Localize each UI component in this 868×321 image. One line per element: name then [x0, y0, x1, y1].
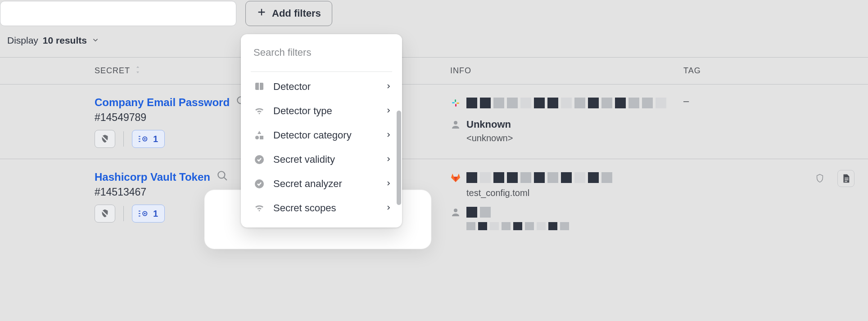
shield-off-badge[interactable] — [95, 205, 115, 223]
add-filters-button[interactable]: Add filters — [245, 1, 332, 26]
scrollbar-thumb[interactable] — [397, 111, 401, 205]
filter-item-detector-category[interactable]: Detector category — [241, 123, 402, 147]
occurrences-count: 1 — [153, 134, 158, 144]
filter-item-label: Detector type — [273, 105, 332, 117]
svg-rect-20 — [845, 181, 847, 182]
redacted-text — [466, 172, 612, 183]
divider — [251, 68, 392, 72]
svg-rect-19 — [845, 179, 848, 180]
filter-item-secret-validity[interactable]: Secret validity — [241, 147, 402, 172]
display-prefix: Display — [7, 35, 38, 46]
scrollbar[interactable] — [397, 79, 401, 227]
user-icon — [450, 119, 461, 130]
chevron-down-icon — [91, 34, 99, 46]
filter-item-label: Detector category — [273, 129, 352, 141]
svg-point-17 — [454, 209, 457, 212]
column-header-tag-label: TAG — [683, 66, 701, 75]
display-selector[interactable]: Display 10 results — [0, 34, 868, 57]
redacted-text — [466, 221, 683, 232]
chevron-right-icon — [385, 105, 392, 117]
filter-item-label: Detector — [273, 81, 311, 93]
svg-rect-8 — [457, 103, 459, 104]
filter-item-label: Secret validity — [273, 154, 335, 165]
svg-rect-13 — [139, 213, 140, 214]
chevron-right-icon — [385, 154, 392, 165]
svg-rect-2 — [139, 138, 140, 139]
shapes-icon — [253, 129, 265, 141]
plus-icon — [257, 7, 267, 20]
filter-item-label: Secret scopes — [273, 202, 336, 214]
divider — [123, 206, 124, 221]
filter-item-secret-analyzer[interactable]: Secret analyzer — [241, 172, 402, 196]
svg-point-5 — [144, 138, 146, 140]
column-header-secret-label: SECRET — [95, 66, 130, 76]
filter-item-detector[interactable]: Detector — [241, 75, 402, 99]
wifi-icon — [253, 105, 265, 117]
svg-rect-7 — [455, 99, 456, 102]
svg-point-16 — [144, 213, 146, 214]
secret-title-link[interactable]: Company Email Password — [95, 96, 230, 109]
book-icon — [253, 81, 265, 93]
check-circle-icon — [253, 178, 265, 190]
chevron-right-icon — [385, 178, 392, 190]
table-row[interactable]: Hashicorp Vault Token #14513467 1 — [0, 159, 868, 243]
filter-item-detector-type[interactable]: Detector type — [241, 99, 402, 123]
sort-icon — [135, 66, 141, 76]
svg-rect-6 — [452, 102, 455, 103]
tag-cell: – — [683, 95, 737, 107]
svg-point-10 — [454, 121, 457, 125]
occurrences-count: 1 — [153, 209, 158, 219]
add-filters-label: Add filters — [272, 8, 321, 19]
occurrences-badge[interactable]: 1 — [132, 130, 165, 148]
filter-item-secret-scopes[interactable]: Secret scopes — [241, 196, 402, 220]
occurrences-badge[interactable]: 1 — [132, 205, 165, 223]
filter-search-input[interactable] — [241, 36, 402, 68]
column-header-info-label: INFO — [450, 66, 471, 75]
search-input-box[interactable] — [0, 1, 236, 26]
redacted-text — [466, 98, 666, 108]
svg-rect-18 — [845, 178, 848, 178]
chevron-right-icon — [385, 202, 392, 214]
secret-title-link[interactable]: Hashicorp Vault Token — [95, 171, 210, 183]
svg-rect-9 — [455, 104, 457, 107]
info-user-name: Unknown — [466, 119, 511, 130]
filter-item-label: Secret analyzer — [273, 178, 342, 190]
search-icon[interactable] — [217, 170, 228, 184]
svg-rect-14 — [139, 216, 140, 217]
redacted-text — [466, 207, 491, 218]
info-user-sub: <unknown> — [466, 133, 683, 143]
wifi-icon — [253, 202, 265, 214]
svg-rect-22 — [260, 136, 263, 139]
chevron-right-icon — [385, 81, 392, 93]
column-header-tag[interactable]: TAG — [683, 66, 737, 76]
svg-rect-12 — [139, 211, 140, 212]
shield-icon[interactable] — [811, 170, 828, 187]
svg-rect-3 — [139, 141, 140, 142]
gitlab-icon — [450, 172, 461, 183]
divider — [123, 131, 124, 147]
document-icon[interactable] — [837, 170, 854, 187]
filter-dropdown-panel: Detector Detector type Detector category… — [241, 34, 402, 227]
user-icon — [450, 207, 461, 218]
column-header-info[interactable]: INFO — [450, 66, 683, 76]
chevron-right-icon — [385, 129, 392, 141]
info-file-name: test_config.toml — [466, 188, 683, 198]
slack-icon — [450, 98, 461, 108]
check-circle-icon — [253, 154, 265, 165]
shield-off-badge[interactable] — [95, 130, 115, 148]
svg-rect-1 — [139, 136, 140, 137]
svg-point-21 — [255, 136, 259, 139]
svg-point-11 — [218, 171, 225, 178]
display-value: 10 results — [43, 35, 87, 46]
table-row[interactable]: Company Email Password #14549789 1 — [0, 84, 868, 159]
